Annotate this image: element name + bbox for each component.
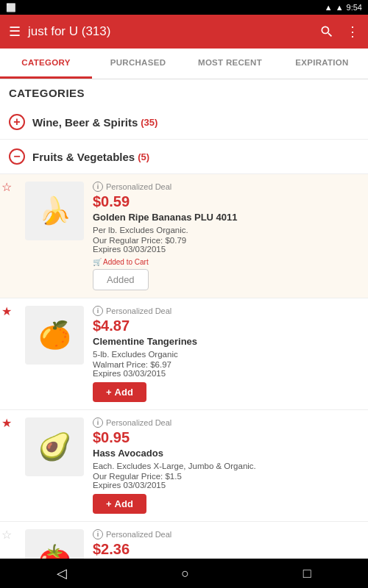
tab-bar: CATEGORY PURCHASED MOST RECENT EXPIRATIO… — [0, 49, 368, 79]
product-desc-tangerines: 5-lb. Excludes Organic — [93, 348, 359, 360]
status-battery-icon: ⬜ — [6, 3, 16, 12]
category-name-fruits: Fruits & Vegetables — [32, 151, 135, 163]
deal-icon: i — [93, 417, 103, 428]
product-regular-avocados: Our Regular Price: $1.5 — [93, 472, 359, 481]
product-image-tangerines: 🍊 — [25, 306, 84, 365]
star-filled-icon-tangerines: ★ — [1, 304, 12, 318]
product-info-avocados: i Personalized Deal $0.95 Hass Avocados … — [93, 417, 359, 514]
menu-icon: ☰ — [9, 24, 21, 40]
personalized-deal-bananas: i Personalized Deal — [93, 182, 359, 192]
personalized-deal-tomatoes: i Personalized Deal — [93, 529, 359, 539]
product-name-avocados: Hass Avocados — [93, 448, 359, 459]
status-time: 9:54 — [347, 3, 362, 12]
deal-icon: i — [93, 529, 103, 539]
category-name-wine: Wine, Beer & Spirits — [32, 116, 138, 129]
product-image-avocados: 🥑 — [25, 417, 84, 476]
product-info-bananas: i Personalized Deal $0.59 Golden Ripe Ba… — [93, 182, 359, 290]
main-content: CATEGORIES + Wine, Beer & Spirits (35) −… — [0, 79, 368, 559]
home-button[interactable]: ○ — [181, 566, 189, 581]
more-icon: ⋮ — [346, 24, 359, 40]
tab-category[interactable]: CATEGORY — [0, 49, 92, 79]
app-bar: ☰ just for U (313) ⋮ — [0, 15, 368, 49]
product-item-tomatoes: ☆ 🍅 i Personalized Deal $2.36 Tomatoes o… — [0, 522, 368, 559]
add-button-avocados[interactable]: + Add — [93, 494, 146, 514]
product-image-bananas: 🍌 — [25, 182, 84, 240]
home-icon: ○ — [181, 566, 189, 581]
product-desc-bananas: Per lb. Excludes Organic. — [93, 224, 359, 236]
product-desc-avocados: Each. Excludes X-Large, Jumbo & Organic. — [93, 460, 359, 472]
product-image-tomatoes: 🍅 — [25, 529, 84, 559]
product-name-bananas: Golden Ripe Bananas PLU 4011 — [93, 212, 359, 223]
bottom-nav: ◁ ○ □ — [0, 559, 368, 588]
more-button[interactable]: ⋮ — [346, 24, 359, 40]
category-count-fruits: (5) — [138, 151, 149, 162]
tab-most-recent[interactable]: MOST RECENT — [184, 49, 276, 79]
cart-icon: 🛒 — [93, 258, 102, 266]
category-row-wine[interactable]: + Wine, Beer & Spirits (35) — [0, 105, 368, 140]
add-icon: + — [106, 387, 112, 398]
star-outline-icon-bananas: ☆ — [1, 180, 12, 194]
category-count-wine: (35) — [141, 117, 158, 128]
added-button-bananas[interactable]: Added — [93, 269, 149, 290]
product-price-tangerines: $4.87 — [93, 318, 359, 334]
recent-button[interactable]: □ — [303, 566, 311, 581]
product-name-tangerines: Clementine Tangerines — [93, 336, 359, 347]
app-title: just for U (313) — [28, 24, 319, 39]
product-item-bananas: ☆ 🍌 i Personalized Deal $0.59 Golden Rip… — [0, 174, 368, 298]
back-icon: ◁ — [57, 565, 67, 581]
product-price-bananas: $0.59 — [93, 193, 359, 210]
product-expires-tangerines: Expires 03/03/2015 — [93, 369, 359, 378]
status-signal-icon: ▲ — [336, 3, 344, 12]
personalized-deal-avocados: i Personalized Deal — [93, 417, 359, 428]
star-filled-icon-avocados: ★ — [1, 416, 12, 430]
search-button[interactable] — [319, 24, 334, 39]
status-bar: ⬜ ▲ ▲ 9:54 — [0, 0, 368, 15]
category-row-fruits[interactable]: − Fruits & Vegetables (5) — [0, 140, 368, 174]
collapse-icon-fruits: − — [9, 148, 25, 165]
add-button-tangerines[interactable]: + Add — [93, 382, 146, 402]
product-regular-bananas: Our Regular Price: $0.79 — [93, 236, 359, 245]
star-empty-icon-tomatoes: ☆ — [1, 528, 12, 542]
back-button[interactable]: ◁ — [57, 565, 67, 581]
tab-purchased[interactable]: PURCHASED — [92, 49, 184, 79]
categories-header: CATEGORIES — [0, 79, 368, 105]
product-price-avocados: $0.95 — [93, 429, 359, 446]
search-icon — [319, 24, 334, 39]
product-expires-bananas: Expires 03/03/2015 — [93, 245, 359, 254]
personalized-deal-tangerines: i Personalized Deal — [93, 306, 359, 316]
deal-icon: i — [93, 182, 103, 192]
product-info-tangerines: i Personalized Deal $4.87 Clementine Tan… — [93, 306, 359, 402]
add-icon: + — [106, 498, 112, 509]
product-item-avocados: ★ 🥑 i Personalized Deal $0.95 Hass Avoca… — [0, 410, 368, 522]
recent-icon: □ — [303, 566, 311, 581]
product-info-tomatoes: i Personalized Deal $2.36 Tomatoes on th… — [93, 529, 359, 559]
product-price-tomatoes: $2.36 — [93, 541, 359, 558]
deal-icon: i — [93, 306, 103, 316]
expand-icon-wine: + — [9, 114, 25, 130]
added-to-cart-label: 🛒 Added to Cart — [93, 258, 359, 266]
product-item-tangerines: ★ 🍊 i Personalized Deal $4.87 Clementine… — [0, 298, 368, 410]
product-expires-avocados: Expires 03/03/2015 — [93, 481, 359, 490]
product-regular-tangerines: Walmart Price: $6.97 — [93, 360, 359, 369]
tab-expiration[interactable]: EXPIRATION — [276, 49, 368, 79]
status-wifi-icon: ▲ — [325, 3, 333, 12]
menu-button[interactable]: ☰ — [9, 24, 21, 40]
